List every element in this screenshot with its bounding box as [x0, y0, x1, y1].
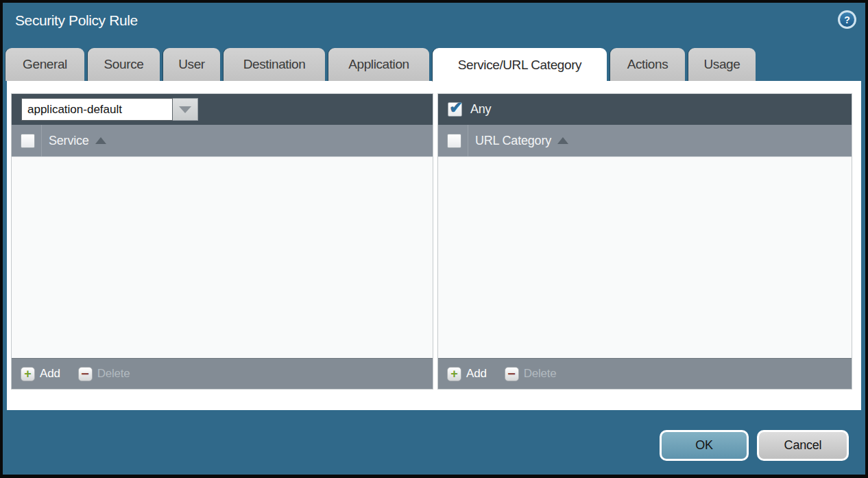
- add-service-label: Add: [40, 367, 60, 381]
- plus-icon: +: [21, 367, 35, 381]
- minus-icon: −: [78, 367, 93, 381]
- plus-icon: +: [447, 367, 461, 381]
- any-checkbox[interactable]: [448, 102, 462, 117]
- tab-content-area: Service + Add − Delete Any: [7, 81, 861, 410]
- url-category-select-all-checkbox[interactable]: [447, 134, 461, 148]
- question-mark-glyph: ?: [840, 12, 854, 27]
- url-category-column-label-cell: URL Category: [468, 134, 568, 148]
- service-column-header[interactable]: Service: [12, 125, 433, 157]
- security-policy-rule-dialog: Security Policy Rule ? General Source Us…: [3, 3, 865, 475]
- add-service-button[interactable]: + Add: [21, 367, 60, 381]
- url-category-list: [438, 157, 852, 358]
- tab-service-url-category[interactable]: Service/URL Category: [433, 48, 607, 82]
- tab-source[interactable]: Source: [88, 48, 160, 81]
- delete-service-button[interactable]: − Delete: [78, 367, 130, 381]
- service-column-label: Service: [49, 134, 89, 148]
- any-label: Any: [470, 102, 491, 117]
- ok-button[interactable]: OK: [660, 430, 749, 461]
- service-column-label-cell: Service: [42, 134, 106, 148]
- service-type-dropdown-button[interactable]: [173, 98, 198, 121]
- service-list: [12, 157, 433, 358]
- delete-url-category-button[interactable]: − Delete: [505, 367, 557, 381]
- delete-url-category-label: Delete: [524, 367, 557, 381]
- service-panel-header: [12, 94, 433, 125]
- sort-ascending-icon: [557, 137, 568, 144]
- delete-service-label: Delete: [97, 367, 130, 381]
- service-select-all-checkbox[interactable]: [21, 134, 35, 148]
- tab-destination[interactable]: Destination: [224, 48, 325, 81]
- help-icon[interactable]: ?: [838, 10, 856, 29]
- tab-actions[interactable]: Actions: [610, 48, 685, 81]
- url-category-panel-header: Any: [438, 94, 852, 125]
- tab-application[interactable]: Application: [328, 48, 429, 81]
- sort-ascending-icon: [95, 137, 106, 144]
- cancel-button[interactable]: Cancel: [757, 430, 849, 461]
- tab-usage[interactable]: Usage: [688, 48, 756, 81]
- service-type-dropdown: [21, 98, 198, 121]
- service-select-all-cell: [12, 125, 42, 156]
- url-category-select-all-cell: [438, 125, 468, 156]
- service-panel-footer: + Add − Delete: [12, 358, 433, 389]
- minus-icon: −: [505, 367, 519, 381]
- chevron-down-icon: [179, 106, 191, 113]
- url-category-column-label: URL Category: [475, 134, 551, 148]
- tab-user[interactable]: User: [163, 48, 220, 81]
- add-url-category-label: Add: [466, 367, 487, 381]
- url-category-column-header[interactable]: URL Category: [438, 125, 852, 157]
- service-panel: Service + Add − Delete: [12, 94, 433, 389]
- dialog-title: Security Policy Rule: [15, 12, 138, 29]
- url-category-panel: Any URL Category + Add − Delet: [438, 94, 852, 389]
- tab-general[interactable]: General: [5, 48, 84, 81]
- service-type-input[interactable]: [21, 98, 173, 121]
- url-category-panel-footer: + Add − Delete: [438, 358, 852, 389]
- add-url-category-button[interactable]: + Add: [447, 367, 487, 381]
- tab-bar: General Source User Destination Applicat…: [5, 48, 756, 81]
